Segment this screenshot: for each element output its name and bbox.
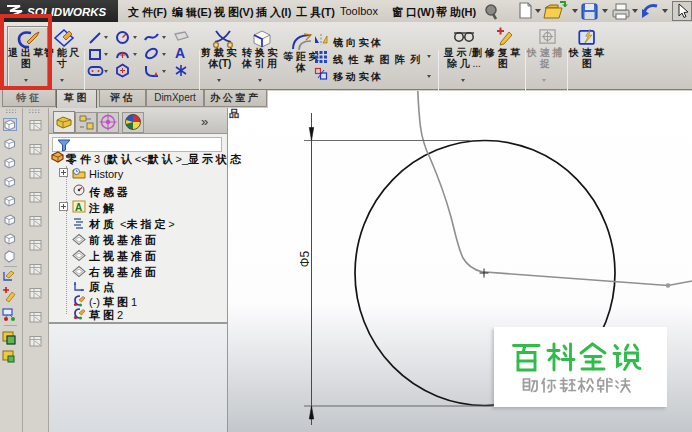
svg-text:A: A <box>175 45 185 61</box>
svg-text:A: A <box>75 202 82 213</box>
svg-text:Φ5: Φ5 <box>298 251 312 268</box>
